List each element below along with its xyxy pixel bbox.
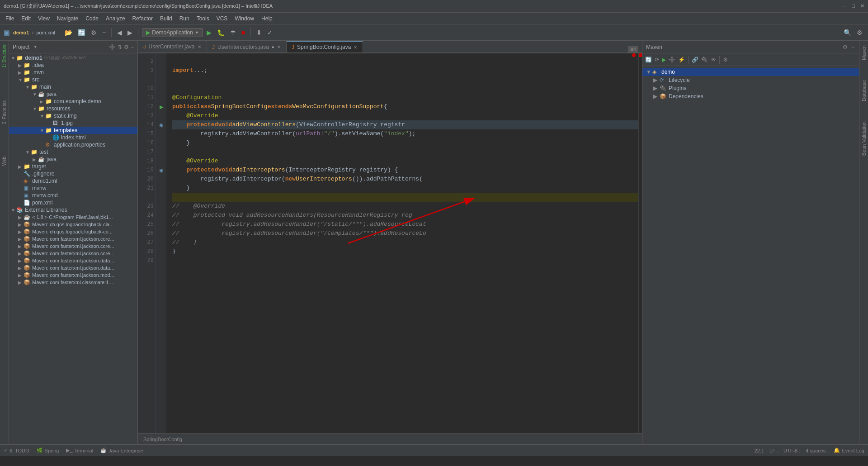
tree-item-classmate[interactable]: ▶ 📦 Maven: com.fasterxml.classmate:1.... <box>9 279 137 286</box>
toolbar-forward-btn[interactable]: ▶ <box>126 28 134 37</box>
tree-item-jackson1[interactable]: ▶ 📦 Maven: com.fasterxml.jackson.core... <box>9 235 137 243</box>
settings-gear-btn[interactable]: ⚙ <box>855 28 864 37</box>
tree-item-target[interactable]: ▶ 📁 target <box>9 163 137 170</box>
maven-plugin-btn[interactable]: 🔌 <box>700 56 709 64</box>
maven-reimport-btn[interactable]: ⟳ <box>654 56 660 64</box>
tree-item-jackson3[interactable]: ▶ 📦 Maven: com.fasterxml.jackson.core... <box>9 250 137 257</box>
maven-item-demo[interactable]: ▼ ◈ demo <box>642 68 859 76</box>
status-terminal[interactable]: ▶_ Terminal <box>66 447 93 453</box>
project-minimize-btn[interactable]: − <box>131 44 134 50</box>
project-add-btn[interactable]: ➕ <box>109 44 116 50</box>
tree-item-main[interactable]: ▼ 📁 main <box>9 83 137 90</box>
tree-item-demo1[interactable]: ▼ 📁 demo1 G:\桌面\JAVA\demo1 <box>9 54 137 62</box>
tree-item-src[interactable]: ▼ 📁 src <box>9 76 137 83</box>
maven-run-btn[interactable]: ▶ <box>661 56 667 64</box>
close-btn[interactable]: ✕ <box>860 3 864 9</box>
status-java-enterprise[interactable]: ☕ Java Enterprise <box>100 447 143 453</box>
right-tab-database[interactable]: Database <box>860 77 868 104</box>
scroll-minimap[interactable] <box>638 53 642 433</box>
tab-springboot-config[interactable]: J SpringBootConfig.java ✕ <box>287 41 363 52</box>
breadcrumb-pom[interactable]: pom.xml <box>36 30 55 35</box>
maven-settings-btn[interactable]: ⚙ <box>842 43 849 51</box>
code-content[interactable]: import ...; @Configuration public class … <box>167 53 638 433</box>
tree-item-logback-classic[interactable]: ▶ 📦 Maven: ch.qos.logback:logback-cla... <box>9 221 137 228</box>
maven-item-dependencies[interactable]: ▶ 📦 Dependencies <box>642 92 859 100</box>
tree-item-jackson2[interactable]: ▶ 📦 Maven: com.fasterxml.jackson.core... <box>9 243 137 250</box>
status-position[interactable]: 22:1 <box>755 448 764 453</box>
toolbar-open-btn[interactable]: 📂 <box>63 28 74 37</box>
tree-item-idea[interactable]: ▶ 📁 .idea <box>9 62 137 69</box>
menu-edit[interactable]: Edit <box>18 14 34 23</box>
toolbar-minus-btn[interactable]: − <box>100 28 108 37</box>
vcs-update-btn[interactable]: ⬇ <box>255 28 264 37</box>
tree-item-index-html[interactable]: 🌐 index.html <box>9 134 137 141</box>
search-everywhere-btn[interactable]: 🔍 <box>842 28 853 37</box>
maximize-btn[interactable]: □ <box>852 3 855 9</box>
tree-item-pom-xml[interactable]: 📄 pom.xml <box>9 199 137 206</box>
tree-item-com-example[interactable]: ▶ 📁 com.example.demo <box>9 98 137 105</box>
maven-item-plugins[interactable]: ▶ 🔌 Plugins <box>642 84 859 92</box>
toolbar-back-btn[interactable]: ◀ <box>115 28 124 37</box>
tree-item-gitignore[interactable]: 🔧 .gitignore <box>9 170 137 177</box>
status-encoding[interactable]: UTF-8 : <box>783 448 800 453</box>
menu-tools[interactable]: Tools <box>193 14 213 23</box>
coverage-btn[interactable]: ☂ <box>228 28 238 37</box>
tree-item-static-img[interactable]: ▼ 📁 static.img <box>9 112 137 119</box>
favorites-tab[interactable]: 2: Favorites <box>1 99 8 126</box>
menu-code[interactable]: Code <box>82 14 102 23</box>
menu-navigate[interactable]: Navigate <box>53 14 82 23</box>
debug-btn[interactable]: 🐛 <box>215 28 226 37</box>
tree-item-jackson-data1[interactable]: ▶ 📦 Maven: com.fasterxml.jackson.data... <box>9 257 137 264</box>
tree-item-templates[interactable]: ▼ 📁 templates <box>9 127 137 134</box>
tree-item-mvn[interactable]: ▶ 📁 .mvn <box>9 69 137 76</box>
project-name[interactable]: demo1 <box>13 30 29 35</box>
maven-show-btn[interactable]: 👁 <box>710 56 717 64</box>
gutter-run-12[interactable]: ▶ <box>156 102 166 111</box>
tab-close-config[interactable]: ✕ <box>354 45 357 50</box>
tree-item-jackson-data2[interactable]: ▶ 📦 Maven: com.fasterxml.jackson.data... <box>9 264 137 271</box>
tree-item-resources[interactable]: ▼ 📁 resources <box>9 105 137 112</box>
tree-item-test[interactable]: ▼ 📁 test <box>9 148 137 156</box>
toolbar-sync-btn[interactable]: 🔄 <box>76 28 87 37</box>
minimize-btn[interactable]: ─ <box>843 3 847 9</box>
run-config-selector[interactable]: ▶ DemoApplication ▼ <box>142 28 203 37</box>
menu-build[interactable]: Build <box>156 14 176 23</box>
maven-config-btn[interactable]: ⚙ <box>722 56 729 64</box>
web-tab[interactable]: Web <box>1 155 8 167</box>
tree-item-jdk[interactable]: ▶ ☕ < 1.8 > C:\Program Files\Java\jdk1..… <box>9 214 137 221</box>
maven-lifecycle-btn[interactable]: 🔗 <box>691 56 699 64</box>
project-sync-btn[interactable]: ⇅ <box>118 44 122 50</box>
right-tab-maven[interactable]: Maven <box>860 43 868 63</box>
toolbar-settings-btn[interactable]: ⚙ <box>89 28 99 37</box>
status-indent[interactable]: 4 spaces : <box>806 448 828 453</box>
structure-tab[interactable]: 1: Structure <box>1 43 8 70</box>
menu-refactor[interactable]: Refactor <box>129 14 156 23</box>
tree-item-mvnw[interactable]: ▣ mvnw <box>9 185 137 192</box>
tree-item-mvnw-cmd[interactable]: ▣ mvnw.cmd <box>9 192 137 199</box>
menu-analyze[interactable]: Analyze <box>102 14 129 23</box>
project-settings-btn[interactable]: ⚙ <box>124 44 129 50</box>
tab-close-controller[interactable]: ✕ <box>198 44 201 49</box>
tree-item-jackson-mod[interactable]: ▶ 📦 Maven: com.fasterxml.jackson.mod... <box>9 271 137 279</box>
status-lf[interactable]: LF : <box>769 448 778 453</box>
tab-close-interceptors[interactable]: ✕ <box>277 44 281 49</box>
menu-file[interactable]: File <box>2 14 18 23</box>
stop-btn[interactable]: ■ <box>240 28 247 37</box>
tree-item-1jpg[interactable]: 🖼 1.jpg <box>9 119 137 127</box>
menu-view[interactable]: View <box>34 14 53 23</box>
tab-user-controller[interactable]: J UserContorller.java ✕ <box>138 41 207 52</box>
status-spring[interactable]: 🌿 Spring <box>37 447 59 453</box>
status-event-log[interactable]: 🔔 Event Log <box>834 447 864 453</box>
vcs-commit-btn[interactable]: ✓ <box>265 28 274 37</box>
maven-minimize-btn[interactable]: − <box>850 43 855 51</box>
maven-execute-btn[interactable]: ⚡ <box>677 56 686 64</box>
menu-window[interactable]: Window <box>231 14 258 23</box>
tab-user-interceptors[interactable]: J UserInterceptors.java ● ✕ <box>207 41 287 52</box>
tree-item-app-props[interactable]: ⚙ application.properties <box>9 141 137 148</box>
maven-add-btn[interactable]: ➕ <box>668 56 676 64</box>
tree-item-demo1-iml[interactable]: ◈ demo1.iml <box>9 177 137 185</box>
right-tab-bean[interactable]: Bean Validation <box>860 119 868 158</box>
status-todo[interactable]: ✓ 6: TODO <box>4 447 29 453</box>
tree-item-test-java[interactable]: ▶ ☕ java <box>9 156 137 163</box>
maven-refresh-btn[interactable]: 🔄 <box>644 56 653 64</box>
